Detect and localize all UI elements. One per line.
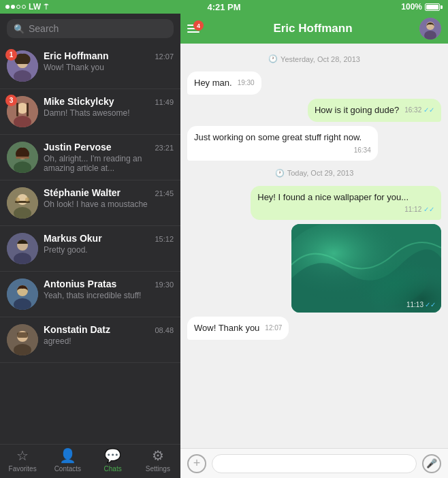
svg-point-5	[17, 103, 28, 114]
chat-info-7: Konstatin Datz 08.48 agreed!	[44, 324, 174, 346]
svg-rect-7	[16, 103, 18, 116]
status-bar: LW ⍑ 4:21 PM 100%	[0, 0, 448, 14]
svg-point-17	[16, 197, 20, 202]
chat-time-2: 11:49	[155, 98, 174, 106]
check-marks-2: ✓✓	[423, 106, 434, 114]
chat-name-row-2: Mike Stickylcky 11:49	[44, 96, 174, 107]
bubble-meta-5: 12:07	[265, 323, 282, 333]
search-placeholder: Search	[29, 23, 59, 34]
status-left: LW ⍑	[5, 2, 48, 12]
bubble-4: Hey! I found a nice wallpaper for you...…	[251, 186, 441, 220]
chat-item-5[interactable]: Markus Okur 15:12 Pretty good.	[0, 226, 180, 272]
message-2: How is it going dude? 16:32 ✓✓	[187, 99, 441, 122]
chat-name-1: Eric Hoffmann	[44, 50, 109, 61]
clock-icon-1: 🕐	[268, 54, 278, 63]
date-divider-2: 🕐 Today, Oct 29, 2013	[187, 169, 441, 178]
chat-time-1: 12:07	[155, 52, 174, 61]
image-time-text: 11:13	[406, 301, 423, 308]
bubble-3: Just working on some great stuff right n…	[187, 126, 378, 160]
chat-preview-2: Damn! Thats awesome!	[44, 108, 149, 118]
chat-preview-6: Yeah, thats incredible stuff!	[44, 291, 149, 300]
chat-item-4[interactable]: Stéphanie Walter 21:45 Oh look! I have a…	[0, 180, 180, 226]
signal-dot-3	[16, 5, 20, 9]
message-input[interactable]	[212, 454, 417, 473]
chat-item-2[interactable]: 3 Mike Stickylcky 11:49 Damn! Thats awes…	[0, 89, 180, 135]
settings-icon: ⚙	[152, 447, 164, 464]
favorites-label: Favorites	[9, 465, 37, 473]
time-display: 4:21 PM	[207, 2, 240, 12]
avatar-7	[7, 324, 38, 355]
image-time: 11:13 ✓✓	[406, 301, 436, 308]
bubble-text-3: Just working on some great stuff right n…	[194, 132, 362, 142]
chat-item-1[interactable]: 1 Eric Hoffmann 12:07 Wow! Thank you	[0, 44, 180, 89]
avatar-wrap-3	[7, 142, 38, 173]
avatar-wrap-1: 1	[7, 50, 38, 82]
badge-2: 3	[5, 95, 17, 106]
svg-rect-8	[27, 103, 29, 116]
add-button[interactable]: +	[187, 454, 206, 473]
chat-name-4: Stéphanie Walter	[44, 187, 121, 198]
bubble-text-5: Wow! Thank you	[194, 323, 259, 333]
chat-preview-4: Oh look! I have a moustache	[44, 200, 149, 209]
chat-item-6[interactable]: Antonius Pratas 19:30 Yeah, thats incred…	[0, 272, 180, 317]
image-check-marks: ✓✓	[425, 301, 436, 308]
message-3: Just working on some great stuff right n…	[187, 126, 441, 160]
header-badge: 4	[193, 20, 204, 31]
chat-name-row-7: Konstatin Datz 08.48	[44, 324, 174, 335]
signal-dot-2	[11, 5, 15, 9]
signal-dots	[5, 5, 26, 9]
status-right: 100%	[401, 2, 443, 12]
chat-info-3: Justin Pervose 23:21 Oh, alright... I'm …	[44, 142, 174, 173]
avatar-wrap-4	[7, 187, 38, 219]
chat-time-7: 08.48	[155, 326, 174, 334]
avatar-5	[7, 233, 38, 264]
chat-item-3[interactable]: Justin Pervose 23:21 Oh, alright... I'm …	[0, 135, 180, 180]
chat-name-row-6: Antonius Pratas 19:30	[44, 278, 174, 289]
bubble-text-4: Hey! I found a nice wallpaper for you...	[257, 192, 409, 202]
chat-name-7: Konstatin Datz	[44, 324, 110, 335]
chat-time-4: 21:45	[155, 189, 174, 197]
chat-time-6: 19:30	[155, 281, 174, 289]
badge-1: 1	[5, 49, 17, 61]
tab-chats[interactable]: 💬 Chats	[91, 445, 135, 478]
chat-info-6: Antonius Pratas 19:30 Yeah, thats incred…	[44, 278, 174, 300]
bubble-meta-4: 11:12 ✓✓	[404, 205, 434, 214]
chat-name-row-3: Justin Pervose 23:21	[44, 142, 174, 153]
left-panel: 🔍 Search 1	[0, 14, 180, 478]
check-marks-4: ✓✓	[423, 206, 434, 213]
chats-icon: 💬	[104, 447, 121, 464]
chat-name-2: Mike Stickylcky	[44, 96, 114, 107]
battery-percent: 100%	[401, 2, 422, 12]
tab-settings[interactable]: ⚙ Settings	[135, 445, 180, 478]
menu-button[interactable]: 4	[187, 25, 199, 33]
chat-list: 1 Eric Hoffmann 12:07 Wow! Thank you	[0, 44, 180, 444]
chat-name-6: Antonius Pratas	[44, 278, 116, 289]
mic-button[interactable]: 🎤	[422, 454, 441, 473]
chat-info-1: Eric Hoffmann 12:07 Wow! Thank you	[44, 50, 174, 72]
message-4: Hey! I found a nice wallpaper for you...…	[187, 186, 441, 220]
chat-name-3: Justin Pervose	[44, 142, 112, 153]
avatar-6	[7, 278, 38, 310]
settings-label: Settings	[146, 465, 170, 473]
bubble-1: Hey man. 19:30	[187, 71, 261, 95]
tab-favorites[interactable]: ☆ Favorites	[0, 445, 45, 478]
date-text-2: Today, Oct 29, 2013	[287, 169, 354, 177]
wallpaper-image	[291, 224, 441, 313]
bubble-meta-3: 16:34	[354, 146, 371, 155]
bubble-5: Wow! Thank you 12:07	[187, 317, 289, 340]
bubble-text-1: Hey man.	[194, 78, 232, 88]
chat-name-row-5: Markus Okur 15:12	[44, 233, 174, 244]
avatar-wrap-2: 3	[7, 96, 38, 127]
menu-line-3	[187, 31, 199, 33]
chats-label: Chats	[104, 465, 122, 473]
search-bar[interactable]: 🔍 Search	[7, 19, 174, 38]
date-divider-1: 🕐 Yesterday, Oct 28, 2013	[187, 54, 441, 63]
bubble-text-2: How is it going dude?	[315, 105, 399, 115]
chat-item-7[interactable]: Konstatin Datz 08.48 agreed!	[0, 317, 180, 363]
header-avatar[interactable]	[419, 18, 441, 39]
search-icon: 🔍	[14, 24, 25, 34]
avatar-3	[7, 142, 38, 173]
chat-info-2: Mike Stickylcky 11:49 Damn! Thats awesom…	[44, 96, 174, 118]
right-panel: 4 Eric Hoffmann 🕐 Yesterday, Oct 28, 201…	[180, 14, 448, 478]
tab-contacts[interactable]: 👤 Contacts	[45, 445, 90, 478]
